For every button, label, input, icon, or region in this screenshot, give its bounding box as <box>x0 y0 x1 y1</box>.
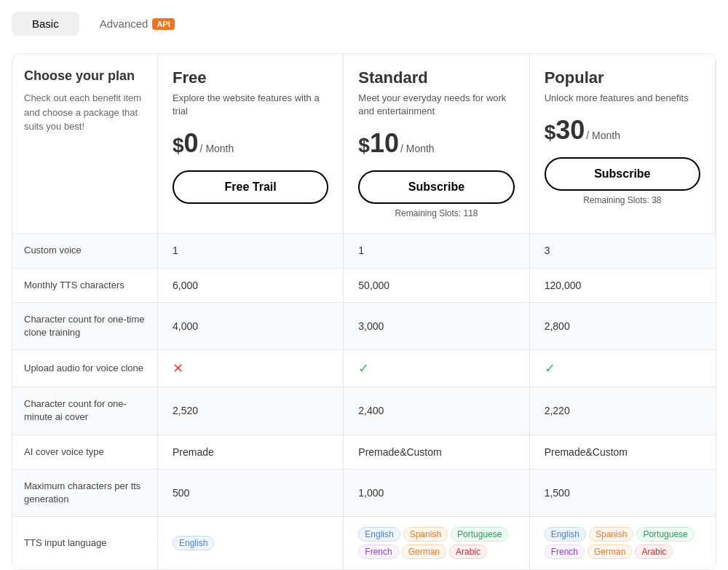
lang-tag-german: German <box>587 545 632 559</box>
choose-plan-title: Choose your plan <box>24 68 146 84</box>
lang-tag-english: English <box>173 536 214 550</box>
tab-basic[interactable]: Basic <box>12 12 79 36</box>
feature-value-5-2: Premade&Custom <box>530 435 716 470</box>
plan-price-standard: $10/ Month <box>358 128 514 159</box>
plan-desc-free: Explore the website features with a tria… <box>173 92 328 118</box>
feature-label-3: Upload audio for voice clone <box>12 350 158 387</box>
feature-value-5-1: Premade&Custom <box>344 435 529 470</box>
lang-tag-spanish: Spanish <box>403 527 448 542</box>
lang-tags-popular: EnglishSpanishPortugueseFrenchGermanArab… <box>545 527 701 559</box>
feature-value-6-0: 500 <box>158 470 344 517</box>
feature-label-6: Maximum characters per tts generation <box>12 470 158 517</box>
feature-label-1: Monthly TTS characters <box>12 269 158 303</box>
plan-name-standard: Standard <box>358 68 514 87</box>
subscribe-button-standard[interactable]: Subscribe <box>358 170 514 204</box>
feature-value-2-1: 3,000 <box>344 303 529 350</box>
feature-value-3-2: ✓ <box>530 350 716 387</box>
x-icon: ✕ <box>173 360 183 376</box>
check-icon: ✓ <box>545 360 555 376</box>
lang-tag-english: English <box>545 527 586 542</box>
free-trial-button[interactable]: Free Trail <box>173 170 328 204</box>
feature-value-4-0: 2,520 <box>158 387 344 435</box>
plan-price-popular: $30/ Month <box>545 115 700 146</box>
feature-value-7-1: EnglishSpanishPortugueseFrenchGermanArab… <box>344 517 529 570</box>
feature-value-1-0: 6,000 <box>158 269 344 303</box>
feature-value-0-0: 1 <box>158 234 344 268</box>
lang-tag-french: French <box>545 545 585 559</box>
check-icon: ✓ <box>358 360 369 376</box>
plan-header-popular: Popular Unlock more features and benefit… <box>530 54 716 234</box>
subscribe-button-popular[interactable]: Subscribe <box>545 157 700 191</box>
feature-value-3-0: ✕ <box>158 350 344 387</box>
feature-label-5: AI cover voice type <box>12 435 158 470</box>
feature-value-7-2: EnglishSpanishPortugueseFrenchGermanArab… <box>530 517 716 570</box>
lang-tags-free: English <box>173 536 214 550</box>
lang-tag-arabic: Arabic <box>635 545 673 559</box>
feature-value-3-1: ✓ <box>344 350 529 387</box>
lang-tags-standard: EnglishSpanishPortugueseFrenchGermanArab… <box>358 527 514 559</box>
feature-value-2-2: 2,800 <box>530 303 716 350</box>
feature-value-0-1: 1 <box>344 234 529 268</box>
lang-tag-german: German <box>402 545 446 559</box>
lang-tag-portuguese: Portuguese <box>636 527 694 542</box>
plan-desc-popular: Unlock more features and benefits <box>545 92 700 105</box>
tab-advanced[interactable]: Advanced API <box>79 12 195 36</box>
remaining-slots-standard: Remaining Slots: 118 <box>358 208 514 218</box>
feature-value-5-0: Premade <box>158 435 344 470</box>
plan-header-standard: Standard Meet your everyday needs for wo… <box>344 54 529 234</box>
choose-plan-desc: Check out each benefit item and choose a… <box>24 91 146 134</box>
feature-value-6-1: 1,000 <box>344 470 529 517</box>
plan-header-free: Free Explore the website features with a… <box>158 54 344 234</box>
feature-label-0: Custom voice <box>12 234 158 268</box>
remaining-slots-popular: Remaining Slots: 38 <box>545 195 700 205</box>
header-left: Choose your plan Check out each benefit … <box>12 54 158 234</box>
feature-value-6-2: 1,500 <box>530 470 716 517</box>
feature-label-7: TTS input language <box>12 517 158 570</box>
lang-tag-english: English <box>358 527 400 542</box>
feature-value-2-0: 4,000 <box>158 303 344 350</box>
lang-tag-portuguese: Portuguese <box>451 527 508 542</box>
plan-price-free: $0/ Month <box>173 128 328 159</box>
plan-type-tabs: Basic Advanced API <box>12 12 716 36</box>
feature-value-4-1: 2,400 <box>344 387 529 435</box>
feature-value-1-1: 50,000 <box>344 269 529 303</box>
lang-tag-arabic: Arabic <box>449 545 487 559</box>
lang-tag-french: French <box>358 545 398 559</box>
feature-label-4: Character count for one-minute ai cover <box>12 387 158 435</box>
pricing-grid: Choose your plan Check out each benefit … <box>12 53 716 570</box>
plan-desc-standard: Meet your everyday needs for work and en… <box>358 92 514 118</box>
plan-name-free: Free <box>173 68 328 87</box>
feature-value-4-2: 2,220 <box>530 387 716 435</box>
plan-name-popular: Popular <box>545 68 700 87</box>
api-badge: API <box>152 18 174 30</box>
feature-value-7-0: English <box>158 517 344 570</box>
feature-label-2: Character count for one-time clone train… <box>12 303 158 350</box>
feature-value-0-2: 3 <box>530 234 716 268</box>
feature-value-1-2: 120,000 <box>530 269 716 303</box>
lang-tag-spanish: Spanish <box>589 527 633 542</box>
